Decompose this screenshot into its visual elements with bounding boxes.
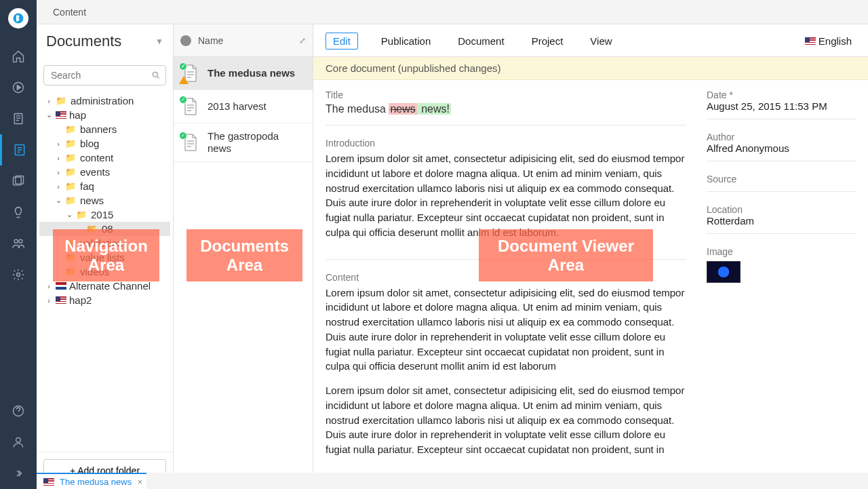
flag-nl-icon (56, 282, 66, 290)
overlay-label-documents: Documents Area (186, 229, 302, 281)
overlay-label-navigation: Navigation Area (53, 229, 159, 281)
published-badge-icon (179, 132, 187, 140)
expand-icon[interactable]: › (54, 140, 62, 148)
menu-document[interactable]: Document (454, 33, 508, 50)
meta-value-location: Rotterdam (707, 215, 856, 227)
folder-icon: 📁 (65, 195, 76, 206)
svg-rect-3 (14, 114, 22, 124)
expand-icon[interactable]: › (54, 182, 62, 191)
folder-icon: 📁 (65, 181, 76, 191)
chevron-down-icon: ▼ (155, 37, 163, 46)
meta-label-author: Author (707, 132, 856, 142)
document-icon (182, 97, 199, 116)
overlay-label-viewer: Document Viewer Area (479, 229, 653, 281)
tree-item-events[interactable]: ›📁events (39, 165, 170, 179)
menu-language[interactable]: English (801, 33, 856, 50)
document-item[interactable]: The medusa news (174, 57, 313, 90)
flag-us-icon (805, 37, 816, 45)
rail-account[interactable] (0, 427, 37, 458)
published-badge-icon (179, 96, 187, 104)
meta-value-author: Alfred Anonymous (707, 142, 856, 154)
tree-item-banners[interactable]: 📁banners (39, 122, 170, 136)
field-label-title: Title (326, 90, 686, 100)
document-item[interactable]: 2013 harvest (174, 90, 313, 123)
svg-point-8 (19, 239, 22, 243)
rail-ideas[interactable] (0, 197, 37, 228)
rail-assets[interactable] (0, 165, 37, 197)
nav-title: Documents (46, 33, 121, 50)
field-value-introduction: Lorem ipsum dolor sit amet, consectetur … (326, 151, 686, 240)
bottom-tabs: The medusa news × (37, 473, 868, 489)
docs-header: Name ⤢ (174, 24, 313, 57)
menu-edit[interactable]: Edit (326, 33, 358, 50)
expand-icon[interactable]: › (54, 154, 62, 162)
svg-marker-2 (17, 85, 20, 90)
collapse-icon[interactable]: ⌄ (65, 210, 73, 219)
flag-us-icon (56, 111, 66, 119)
flag-us-icon (43, 478, 54, 486)
expand-icon[interactable]: › (45, 296, 53, 305)
folder-icon: 📁 (65, 124, 76, 134)
meta-label-source: Source (707, 174, 856, 184)
warning-badge-icon (179, 76, 189, 84)
menu-project[interactable]: Project (528, 33, 568, 50)
folder-icon: 📁 (65, 138, 76, 149)
rail-help[interactable] (0, 395, 37, 427)
tree-item-faq[interactable]: ›📁faq (39, 179, 170, 193)
tree-item-administration[interactable]: ›📁administration (39, 94, 170, 108)
field-value-content: Lorem ipsum dolor sit amet, consectetur … (326, 383, 686, 457)
rail-expand[interactable] (0, 458, 37, 489)
field-value-content: Lorem ipsum dolor sit amet, consectetur … (326, 286, 686, 374)
topbar: Content (37, 0, 868, 24)
breadcrumb: Content (53, 7, 86, 18)
status-column-icon[interactable] (180, 35, 191, 46)
expand-icon[interactable]: › (54, 168, 62, 176)
menu-view[interactable]: View (586, 33, 616, 50)
tree-item-2015[interactable]: ⌄📁2015 (39, 208, 170, 222)
meta-label-location: Location (707, 204, 856, 215)
svg-point-7 (14, 239, 18, 243)
svg-point-11 (16, 437, 21, 442)
tree-item-news[interactable]: ⌄📁news (39, 193, 170, 208)
tree-item-blog[interactable]: ›📁blog (39, 136, 170, 151)
folder-icon: 📁 (65, 153, 76, 163)
expand-icon[interactable]: › (45, 282, 53, 290)
rail-content[interactable] (0, 134, 37, 165)
svg-point-12 (153, 72, 157, 77)
collapse-icon[interactable]: ⌄ (54, 196, 62, 205)
image-thumbnail[interactable] (707, 261, 741, 283)
nav-header[interactable]: Documents ▼ (37, 24, 173, 58)
folder-icon: 📁 (56, 96, 66, 106)
rail-workflow[interactable] (0, 103, 37, 134)
expand-pane-icon[interactable]: ⤢ (299, 36, 306, 45)
left-rail (0, 0, 37, 489)
status-banner: Core document (unpublished changes) (313, 57, 868, 80)
menu-publication[interactable]: Publication (377, 33, 435, 50)
meta-label-image: Image (707, 246, 856, 257)
tree-item-hap[interactable]: ⌄hap (39, 108, 170, 122)
document-item[interactable]: The gastropoda news (174, 123, 313, 162)
tree-item-content[interactable]: ›📁content (39, 151, 170, 165)
meta-value-date: August 25, 2015 11:53 PM (707, 100, 856, 112)
document-icon (182, 133, 199, 152)
diff-deleted: news (389, 103, 416, 115)
document-icon (182, 64, 199, 83)
diff-inserted: news! (417, 103, 451, 115)
collapse-icon[interactable]: ⌄ (45, 111, 53, 119)
search-input[interactable] (43, 65, 166, 85)
close-tab-icon[interactable]: × (138, 477, 143, 487)
column-name[interactable]: Name (198, 35, 223, 46)
folder-icon: 📁 (76, 210, 87, 220)
open-document-tab[interactable]: The medusa news × (37, 473, 146, 489)
search-icon (151, 71, 161, 80)
field-label-introduction: Introduction (326, 138, 686, 149)
rail-settings[interactable] (0, 259, 37, 290)
rail-channels[interactable] (0, 72, 37, 103)
svg-point-9 (17, 273, 20, 277)
tree-item-hap2[interactable]: ›hap2 (39, 293, 170, 307)
rail-users[interactable] (0, 228, 37, 259)
rail-home[interactable] (0, 41, 37, 72)
expand-icon[interactable]: › (45, 97, 53, 105)
flag-us-icon (56, 296, 66, 304)
folder-icon: 📁 (65, 167, 76, 177)
